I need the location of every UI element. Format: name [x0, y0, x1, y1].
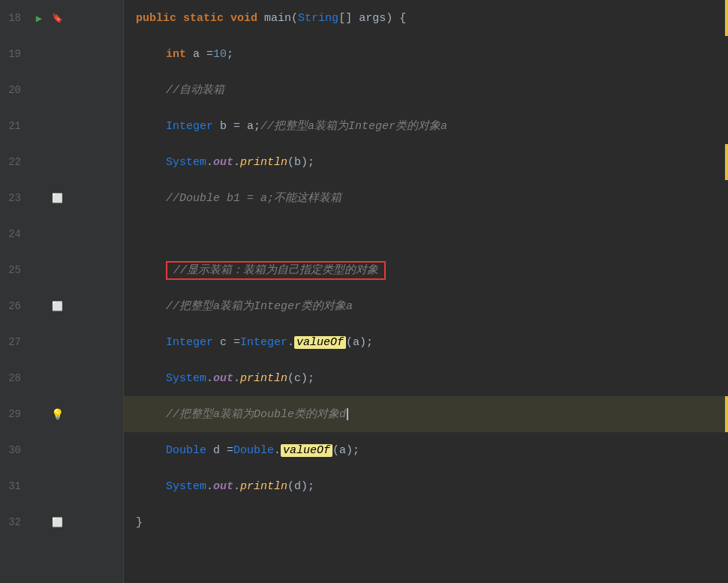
- cursor-29: [347, 408, 348, 420]
- gutter-row-24: 24: [0, 216, 123, 252]
- code-line-25: //显示装箱：装箱为自己指定类型的对象: [166, 261, 386, 280]
- gutter-row-28: 28: [0, 360, 123, 396]
- code-row-32: }: [124, 504, 728, 540]
- gutter-row-18: 18 ▶ 🔖: [0, 0, 123, 36]
- code-row-18: public static void main( String [] args)…: [124, 0, 728, 36]
- red-box-25: //显示装箱：装箱为自己指定类型的对象: [166, 261, 386, 280]
- line-number-30: 30: [0, 444, 30, 456]
- line-number-24: 24: [0, 228, 30, 240]
- gutter-row-27: 27: [0, 324, 123, 360]
- gutter-spacer-19b: [48, 45, 66, 63]
- code-plain-31: (d);: [287, 481, 314, 492]
- code-row-21: Integer b = a; //把整型a装箱为Integer类的对象a: [124, 108, 728, 144]
- code-row-26: //把整型a装箱为Integer类的对象a: [124, 288, 728, 324]
- gutter-row-31: 31: [0, 468, 123, 504]
- code-plain-18b: [] args) {: [338, 13, 406, 24]
- method-println-28: println: [240, 373, 287, 384]
- line-number-19: 19: [0, 48, 30, 60]
- comment-25: //显示装箱：装箱为自己指定类型的对象: [173, 264, 378, 277]
- gutter-spacer-32: [30, 513, 48, 531]
- right-indicator-22: [725, 144, 728, 180]
- line-number-26: 26: [0, 300, 30, 312]
- code-line-21: Integer b = a; //把整型a装箱为Integer类的对象a: [166, 121, 447, 132]
- bookmark-hollow-icon-32[interactable]: ⬜: [48, 513, 66, 531]
- gutter-row-20: 20: [0, 72, 123, 108]
- code-row-19: int a = 10 ;: [124, 36, 728, 72]
- type-double-30: Double: [166, 445, 206, 456]
- code-line-27: Integer c = Integer . valueOf (a);: [166, 336, 373, 349]
- code-plain-27b: (a);: [346, 337, 373, 348]
- gutter-row-25: 25: [0, 252, 123, 288]
- kw-static: static: [183, 13, 224, 24]
- line-number-31: 31: [0, 480, 30, 492]
- type-integer-21: Integer: [166, 121, 213, 132]
- gutter-row-21: 21: [0, 108, 123, 144]
- gutter-row-29: 29 💡: [0, 396, 123, 432]
- number-10: 10: [213, 49, 227, 60]
- bookmark-hollow-icon-26[interactable]: ⬜: [48, 297, 66, 315]
- out-kw-22: out: [213, 157, 233, 168]
- comment-26: //把整型a装箱为Integer类的对象a: [166, 301, 353, 312]
- gutter-spacer-26: [30, 297, 48, 315]
- line-number-18: 18: [0, 12, 30, 24]
- line-number-27: 27: [0, 336, 30, 348]
- code-line-19: int a = 10 ;: [166, 49, 233, 60]
- code-row-20: //自动装箱: [124, 72, 728, 108]
- type-system-28: System: [166, 373, 206, 384]
- line-number-29: 29: [0, 408, 30, 420]
- code-row-31: System . out . println (d);: [124, 468, 728, 504]
- code-plain-19: a =: [193, 49, 213, 60]
- code-line-22: System . out . println (b);: [166, 157, 314, 168]
- code-line-32: }: [136, 517, 143, 528]
- method-println-22: println: [240, 157, 287, 168]
- bookmark-icon-18[interactable]: 🔖: [48, 9, 66, 27]
- type-system-31: System: [166, 481, 206, 492]
- line-number-32: 32: [0, 516, 30, 528]
- code-row-25: //显示装箱：装箱为自己指定类型的对象: [124, 252, 728, 288]
- type-double-30b: Double: [233, 445, 274, 456]
- gutter-row-32: 32 ⬜: [0, 504, 123, 540]
- dot2-22: .: [233, 157, 240, 168]
- dot-27: .: [287, 337, 294, 348]
- gutter-spacer-29: [30, 405, 48, 423]
- highlight-valueof-30: valueOf: [281, 444, 332, 457]
- highlight-valueof-27: valueOf: [294, 336, 346, 349]
- code-plain-21: b = a;: [220, 121, 260, 132]
- right-indicator-18: [725, 0, 728, 36]
- gutter-row-19: 19: [0, 36, 123, 72]
- run-icon[interactable]: ▶: [30, 9, 48, 27]
- comment-29: //把整型a装箱为Double类的对象d: [166, 409, 346, 420]
- code-line-30: Double d = Double . valueOf (a);: [166, 444, 359, 457]
- code-line-31: System . out . println (d);: [166, 481, 314, 492]
- code-line-18: public static void main( String [] args)…: [136, 13, 406, 24]
- type-string: String: [298, 13, 338, 24]
- dot-28: .: [206, 373, 213, 384]
- line-number-23: 23: [0, 192, 30, 204]
- gutter-row-22: 22: [0, 144, 123, 180]
- bookmark-hollow-icon-23[interactable]: ⬜: [48, 189, 66, 207]
- out-kw-31: out: [213, 481, 233, 492]
- code-plain-32: }: [136, 517, 143, 528]
- type-integer-27b: Integer: [240, 337, 287, 348]
- code-line-28: System . out . println (c);: [166, 373, 314, 384]
- gutter-row-26: 26 ⬜: [0, 288, 123, 324]
- bulb-icon-29[interactable]: 💡: [48, 405, 66, 423]
- code-editor: 18 ▶ 🔖 19 20 21 22 23 ⬜ 24: [0, 0, 728, 583]
- line-number-22: 22: [0, 156, 30, 168]
- code-line-20: //自动装箱: [166, 85, 224, 96]
- code-row-22: System . out . println (b);: [124, 144, 728, 180]
- out-kw-28: out: [213, 373, 233, 384]
- line-numbers-gutter: 18 ▶ 🔖 19 20 21 22 23 ⬜ 24: [0, 0, 124, 583]
- kw-int: int: [166, 49, 186, 60]
- code-line-29: //把整型a装箱为Double类的对象d: [166, 408, 348, 420]
- code-plain-22: (b);: [287, 157, 314, 168]
- code-plain-19b: ;: [227, 49, 233, 60]
- kw-public: public: [136, 13, 176, 24]
- code-area: public static void main( String [] args)…: [124, 0, 728, 583]
- dot-22: .: [206, 157, 213, 168]
- comment-20: //自动装箱: [166, 85, 224, 96]
- gutter-spacer-23: [30, 189, 48, 207]
- comment-23: //Double b1 = a;不能这样装箱: [166, 193, 341, 204]
- code-row-24: [124, 216, 728, 252]
- code-row-23: //Double b1 = a;不能这样装箱: [124, 180, 728, 216]
